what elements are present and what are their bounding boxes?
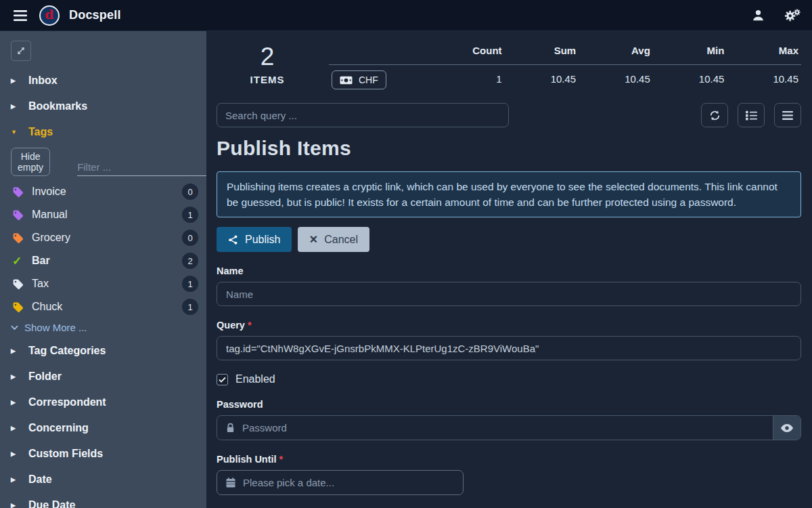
required-marker: * (279, 454, 284, 465)
tag-count-badge: 2 (182, 253, 198, 269)
name-input[interactable] (217, 282, 801, 306)
sidebar-item-tag-categories[interactable]: ▶ Tag Categories (0, 338, 206, 364)
query-label: Query (217, 320, 245, 331)
tag-item-tax[interactable]: Tax 1 (0, 272, 206, 295)
user-icon[interactable] (752, 9, 765, 22)
money-bill-icon (340, 76, 353, 85)
col-header-max: Max (727, 38, 801, 65)
chevron-right-icon: ▶ (11, 502, 18, 508)
chevron-right-icon: ▶ (11, 103, 18, 110)
select-mode-button[interactable] (738, 103, 765, 127)
table-row: CHF (329, 65, 430, 98)
tag-item-invoice[interactable]: Invoice 0 (0, 180, 206, 203)
publish-until-date-input[interactable] (243, 471, 463, 494)
hamburger-menu-icon[interactable] (11, 7, 30, 24)
cell-count: 1 (430, 65, 505, 98)
share-icon (228, 234, 238, 245)
sidebar-item-bookmarks[interactable]: ▶ Bookmarks (0, 93, 206, 119)
tag-count-badge: 1 (182, 299, 198, 315)
tag-icon (12, 278, 24, 290)
chevron-right-icon: ▶ (11, 373, 18, 380)
tag-icon (12, 301, 24, 313)
required-marker: * (248, 320, 252, 331)
hide-empty-button[interactable]: Hide empty (11, 148, 50, 176)
publish-button[interactable]: Publish (217, 227, 292, 252)
sidebar-item-concerning[interactable]: ▶ Concerning (0, 415, 206, 441)
publish-until-label: Publish Until (217, 454, 277, 465)
tag-filter-input[interactable] (77, 161, 206, 173)
eye-icon (781, 424, 793, 432)
enabled-checkbox[interactable] (217, 374, 228, 385)
show-more-link[interactable]: Show More ... (0, 318, 206, 338)
lock-icon (217, 423, 242, 433)
sidebar-item-due-date[interactable]: ▶ Due Date (0, 492, 206, 508)
tag-name: Tax (32, 278, 174, 290)
sidebar-item-date[interactable]: ▶ Date (0, 467, 206, 492)
cancel-button[interactable]: × Cancel (298, 227, 369, 252)
chevron-right-icon: ▶ (11, 476, 18, 483)
tag-name: Chuck (32, 301, 174, 313)
tag-name: Invoice (32, 186, 174, 198)
name-label: Name (217, 266, 801, 276)
tag-count-badge: 0 (182, 230, 198, 246)
menu-button[interactable] (774, 103, 801, 127)
tag-name: Grocery (32, 232, 174, 244)
settings-gears-icon[interactable] (784, 9, 801, 22)
tag-item-grocery[interactable]: Grocery 0 (0, 226, 206, 249)
sidebar: ▶ Inbox ▶ Bookmarks ▼ Tags Hide empty In… (0, 31, 206, 508)
query-input[interactable] (217, 336, 801, 360)
search-query-input[interactable] (217, 103, 509, 127)
tag-count-badge: 1 (182, 276, 198, 292)
currency-badge[interactable]: CHF (332, 70, 386, 89)
tag-count-badge: 1 (182, 207, 198, 223)
chevron-down-icon (11, 325, 18, 331)
docspell-logo[interactable]: d (39, 5, 60, 26)
currency-stats-table: Count Sum Avg Min Max CHF 1 10.45 10.45 … (329, 38, 801, 98)
col-header-avg: Avg (579, 38, 653, 65)
refresh-button[interactable] (701, 103, 728, 127)
chevron-right-icon: ▶ (11, 399, 18, 406)
sidebar-item-label: Inbox (28, 75, 58, 87)
chevron-down-icon: ▼ (11, 129, 18, 135)
tag-item-manual[interactable]: Manual 1 (0, 203, 206, 226)
password-input[interactable] (242, 416, 773, 440)
collapse-sidebar-button[interactable] (11, 41, 31, 61)
chevron-right-icon: ▶ (11, 450, 18, 457)
sync-icon (709, 110, 721, 121)
tag-filter (77, 161, 206, 176)
page-title: Publish Items (217, 137, 801, 160)
bars-icon (782, 111, 793, 120)
chevron-right-icon: ▶ (11, 425, 18, 431)
enabled-checkbox-row[interactable]: Enabled (217, 373, 801, 385)
items-count: 2 (217, 43, 318, 71)
cell-min: 10.45 (653, 65, 727, 98)
col-header-sum: Sum (505, 38, 579, 65)
chevron-right-icon: ▶ (11, 347, 18, 354)
sidebar-item-label: Tags (28, 126, 53, 138)
calendar-icon (217, 478, 243, 488)
top-navbar: d Docspell (0, 0, 812, 31)
col-header-min: Min (653, 38, 727, 65)
tag-item-chuck[interactable]: Chuck 1 (0, 295, 206, 318)
close-icon: × (309, 232, 317, 246)
sidebar-item-folder[interactable]: ▶ Folder (0, 364, 206, 389)
tag-count-badge: 0 (182, 184, 198, 200)
sidebar-item-inbox[interactable]: ▶ Inbox (0, 68, 206, 93)
toggle-password-visibility-button[interactable] (773, 416, 800, 440)
sidebar-item-tags[interactable]: ▼ Tags (0, 119, 206, 145)
tag-icon (12, 232, 24, 244)
enabled-label: Enabled (235, 373, 275, 385)
cell-avg: 10.45 (579, 65, 653, 98)
sidebar-item-correspondent[interactable]: ▶ Correspondent (0, 389, 206, 415)
cell-sum: 10.45 (505, 65, 579, 98)
sidebar-item-custom-fields[interactable]: ▶ Custom Fields (0, 441, 206, 467)
tag-icon (12, 209, 24, 221)
tasks-icon (746, 110, 757, 121)
app-title: Docspell (69, 8, 121, 22)
tag-item-bar-selected[interactable]: ✓ Bar 2 (0, 249, 206, 272)
tag-name: Manual (32, 209, 174, 221)
currency-code: CHF (359, 75, 378, 85)
main-content: 2 ITEMS Count Sum Avg Min Max CHF 1 10.4… (206, 31, 812, 508)
password-label: Password (217, 399, 801, 410)
check-icon: ✓ (12, 254, 24, 268)
